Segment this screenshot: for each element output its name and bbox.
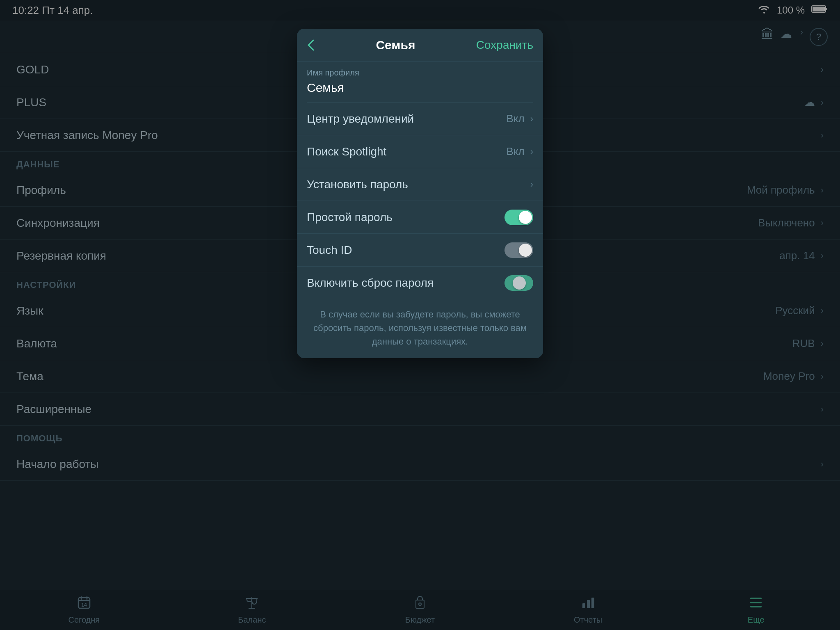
reset-password-toggle-thumb bbox=[513, 276, 526, 290]
notifications-chevron-icon: › bbox=[530, 114, 533, 124]
profile-name-section: Имя профиля Семья bbox=[297, 62, 543, 103]
reset-password-toggle[interactable] bbox=[504, 275, 533, 291]
notifications-right: Вкл › bbox=[506, 112, 533, 125]
reset-password-right bbox=[504, 275, 533, 291]
modal-overlay: Семья Сохранить Имя профиля Семья Центр … bbox=[0, 0, 840, 630]
spotlight-right: Вкл › bbox=[506, 145, 533, 158]
modal: Семья Сохранить Имя профиля Семья Центр … bbox=[297, 29, 543, 358]
profile-name-value: Семья bbox=[307, 81, 533, 103]
modal-row-reset-password[interactable]: Включить сброс пароля bbox=[297, 267, 543, 299]
simple-password-label: Простой пароль bbox=[307, 211, 393, 224]
modal-row-spotlight[interactable]: Поиск Spotlight Вкл › bbox=[297, 135, 543, 168]
modal-row-set-password[interactable]: Установить пароль › bbox=[297, 168, 543, 201]
modal-back-button[interactable] bbox=[307, 39, 315, 52]
simple-password-right bbox=[504, 210, 533, 225]
modal-row-notifications[interactable]: Центр уведомлений Вкл › bbox=[297, 103, 543, 135]
set-password-right: › bbox=[529, 179, 533, 190]
modal-header: Семья Сохранить bbox=[297, 29, 543, 62]
touch-id-right bbox=[504, 242, 533, 258]
touch-id-toggle[interactable] bbox=[504, 242, 533, 258]
modal-body: Имя профиля Семья Центр уведомлений Вкл … bbox=[297, 62, 543, 358]
modal-row-simple-password[interactable]: Простой пароль bbox=[297, 201, 543, 234]
set-password-chevron-icon: › bbox=[530, 179, 533, 190]
simple-password-toggle-thumb bbox=[519, 211, 532, 224]
modal-save-button[interactable]: Сохранить bbox=[476, 39, 533, 52]
modal-title: Семья bbox=[376, 38, 415, 52]
notifications-value: Вкл bbox=[506, 112, 524, 125]
profile-name-label: Имя профиля bbox=[307, 68, 533, 78]
touch-id-toggle-thumb bbox=[519, 244, 532, 257]
spotlight-label: Поиск Spotlight bbox=[307, 145, 386, 158]
reset-password-label: Включить сброс пароля bbox=[307, 276, 434, 290]
simple-password-toggle[interactable] bbox=[504, 210, 533, 225]
set-password-label: Установить пароль bbox=[307, 178, 408, 191]
modal-row-touch-id[interactable]: Touch ID bbox=[297, 234, 543, 267]
modal-footer-note: В случае если вы забудете пароль, вы смо… bbox=[297, 299, 543, 358]
spotlight-value: Вкл bbox=[506, 145, 524, 158]
touch-id-label: Touch ID bbox=[307, 244, 352, 257]
spotlight-chevron-icon: › bbox=[530, 146, 533, 157]
notifications-label: Центр уведомлений bbox=[307, 112, 414, 126]
